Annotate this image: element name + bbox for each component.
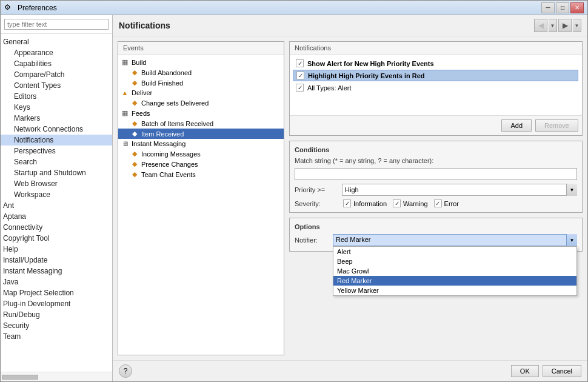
severity-error: ✓ Error [434,199,459,207]
notif-checkbox-0[interactable]: ✓ [296,59,304,67]
sidebar-item-web-browser[interactable]: Web Browser [1,178,112,189]
teamchat-icon: ◆ [130,170,139,178]
minimize-button[interactable]: ─ [541,2,555,13]
severity-info-checkbox[interactable]: ✓ [343,199,351,207]
event-presence-label: Presence Changes [141,161,198,168]
window-controls: ─ □ ✕ [541,2,584,13]
maximize-button[interactable]: □ [556,2,569,13]
remove-button[interactable]: Remove [535,119,578,132]
notif-checkbox-2[interactable]: ✓ [296,84,304,92]
priority-select-wrap: High Normal Low ▼ [342,184,577,196]
main-header: Notifications ◀ ▼ ▶ ▼ [113,15,587,36]
event-build-abandoned-label: Build Abandoned [141,69,192,76]
event-item-received[interactable]: ◆ Item Received [118,129,284,139]
sidebar-scrollbar-x[interactable] [1,372,112,381]
sidebar-item-map-project-selection[interactable]: Map Project Selection [1,287,112,298]
sidebar-item-compare-patch[interactable]: Compare/Patch [1,69,112,80]
sidebar-item-network-connections[interactable]: Network Connections [1,124,112,135]
event-instant-messaging[interactable]: 🖥 Instant Messaging [118,139,284,149]
notifications-title: Notifications [290,42,582,55]
forward-button[interactable]: ▶ [558,19,572,32]
sidebar-item-security[interactable]: Security [1,320,112,331]
forward-dropdown[interactable]: ▼ [573,19,581,32]
bottom-buttons: OK Cancel [511,365,581,377]
im-icon: 🖥 [121,140,129,147]
sidebar-item-java[interactable]: Java [1,276,112,287]
event-batch-label: Batch of Items Received [141,120,213,127]
sidebar-item-general[interactable]: General [1,36,112,47]
severity-warning: ✓ Warning [393,199,428,207]
notif-label-0: Show Alert for New High Priority Events [307,60,434,67]
sidebar-item-startup-shutdown[interactable]: Startup and Shutdown [1,167,112,178]
sidebar-item-notifications[interactable]: Notifications [1,135,112,146]
severity-warn-checkbox[interactable]: ✓ [393,199,401,207]
add-button[interactable]: Add [501,119,532,132]
ok-button[interactable]: OK [511,365,539,377]
event-team-chat[interactable]: ◆ Team Chat Events [118,169,284,179]
sidebar-item-keys[interactable]: Keys [1,102,112,113]
cancel-button[interactable]: Cancel [543,365,581,377]
severity-error-checkbox[interactable]: ✓ [434,199,442,207]
build-abandoned-icon: ◆ [130,69,139,76]
sidebar-item-team[interactable]: Team [1,331,112,342]
help-button[interactable]: ? [119,364,132,378]
event-presence-changes[interactable]: ◆ Presence Changes [118,159,284,169]
priority-select[interactable]: High Normal Low [342,184,577,196]
back-dropdown[interactable]: ▼ [549,19,557,32]
sidebar-item-capabilities[interactable]: Capabilities [1,58,112,69]
severity-label: Severity: [295,200,337,207]
sidebar-item-ant[interactable]: Ant [1,200,112,211]
notifier-option-red-marker[interactable]: Red Marker [333,276,576,286]
main-panel: Notifications ◀ ▼ ▶ ▼ Events ▦ Bui [113,15,587,381]
event-deliver[interactable]: ▲ Deliver [118,88,284,98]
events-panel: Events ▦ Build ◆ Build Abandoned ◆ [118,41,284,355]
notif-checkbox-1[interactable]: ✓ [296,72,304,79]
sidebar-item-copyright-tool[interactable]: Copyright Tool [1,233,112,244]
scrollbar-thumb[interactable] [2,375,38,380]
sidebar-item-connectivity[interactable]: Connectivity [1,222,112,233]
events-title: Events [118,42,284,55]
notif-item-1: ✓ Highlight High Priority Events in Red [293,70,578,81]
sidebar-item-perspectives[interactable]: Perspectives [1,146,112,156]
event-changesets-delivered[interactable]: ◆ Change sets Delivered [118,98,284,108]
close-button[interactable]: ✕ [570,2,584,13]
conditions-section: Conditions Match string (* = any string,… [289,141,583,213]
sidebar-item-workspace[interactable]: Workspace [1,189,112,200]
event-batch-received[interactable]: ◆ Batch of Items Received [118,118,284,129]
sidebar-item-instant-messaging[interactable]: Instant Messaging [1,266,112,276]
sidebar-item-markers[interactable]: Markers [1,113,112,124]
sidebar-item-editors[interactable]: Editors [1,91,112,102]
build-icon: ▦ [121,58,129,66]
notifier-option-alert[interactable]: Alert [333,247,576,256]
notifier-option-beep[interactable]: Beep [333,256,576,266]
match-input-row [295,168,577,180]
sidebar-item-search[interactable]: Search [1,156,112,167]
search-input[interactable] [4,19,109,30]
sidebar-item-appearance[interactable]: Appearance [1,47,112,58]
event-build-finished-label: Build Finished [141,79,183,87]
sidebar-item-content-types[interactable]: Content Types [1,80,112,91]
preferences-window: ⚙ Preferences ─ □ ✕ General Appearance C… [0,0,588,382]
sidebar-item-help[interactable]: Help [1,244,112,255]
event-incoming-messages[interactable]: ◆ Incoming Messages [118,149,284,159]
severity-row: Severity: ✓ Information ✓ Warning ✓ [295,199,577,207]
notifier-option-yellow-marker[interactable]: Yellow Marker [333,286,576,295]
event-build[interactable]: ▦ Build [118,57,284,67]
priority-row: Priority >= High Normal Low ▼ [295,184,577,196]
notifications-section: Notifications ✓ Show Alert for New High … [289,41,583,136]
notifier-select[interactable]: Red Marker [333,234,577,246]
sidebar: General Appearance Capabilities Compare/… [1,15,113,381]
match-input[interactable] [295,168,577,180]
back-button[interactable]: ◀ [534,19,547,32]
event-build-abandoned[interactable]: ◆ Build Abandoned [118,67,284,78]
notifier-option-mac-growl[interactable]: Mac Growl [333,266,576,276]
event-build-finished[interactable]: ◆ Build Finished [118,78,284,88]
event-feeds[interactable]: ▦ Feeds [118,108,284,118]
sidebar-item-plugin-development[interactable]: Plug-in Development [1,298,112,309]
event-teamchat-label: Team Chat Events [141,171,196,178]
sidebar-item-run-debug[interactable]: Run/Debug [1,309,112,320]
notifier-dropdown-list: Alert Beep Mac Growl Red Marker Yellow M… [333,246,577,296]
sidebar-item-aptana[interactable]: Aptana [1,211,112,222]
sidebar-item-install-update[interactable]: Install/Update [1,255,112,266]
event-build-label: Build [132,59,146,66]
